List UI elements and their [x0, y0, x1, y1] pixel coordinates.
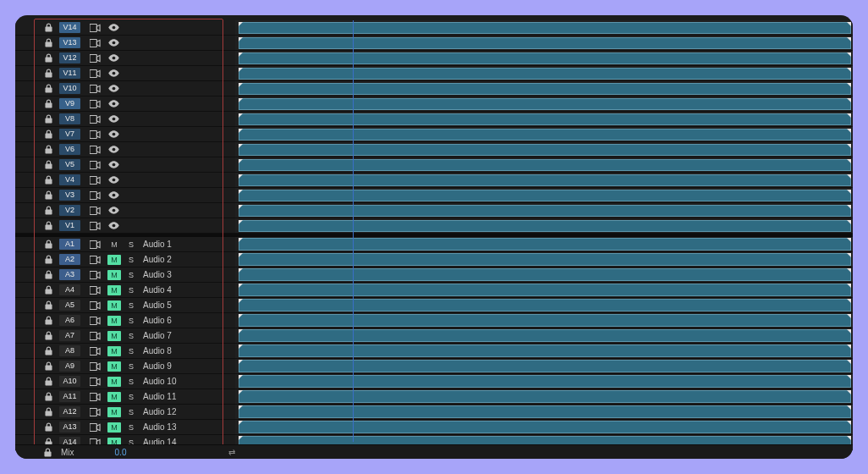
clip[interactable]: [239, 314, 851, 327]
eye-icon[interactable]: [107, 53, 119, 63]
track-target-toggle[interactable]: V5: [59, 159, 80, 170]
lock-icon[interactable]: [44, 175, 52, 185]
mute-toggle[interactable]: M: [107, 331, 121, 341]
source-patch-icon[interactable]: [89, 23, 101, 32]
mix-value[interactable]: 0.0: [115, 448, 127, 457]
lock-icon[interactable]: [44, 331, 52, 341]
mute-toggle[interactable]: M: [107, 285, 121, 295]
lock-icon[interactable]: [44, 114, 52, 124]
lock-icon[interactable]: [44, 240, 52, 250]
clip[interactable]: [239, 344, 851, 357]
track-lane[interactable]: [235, 405, 853, 420]
track-target-toggle[interactable]: A10: [59, 376, 80, 387]
track-target-toggle[interactable]: A8: [59, 345, 80, 356]
track-target-toggle[interactable]: V4: [59, 174, 80, 185]
source-patch-icon[interactable]: [89, 206, 101, 215]
mute-toggle[interactable]: M: [107, 361, 121, 372]
clip[interactable]: [239, 421, 851, 433]
source-patch-icon[interactable]: [89, 114, 101, 124]
track-target-toggle[interactable]: V2: [59, 205, 80, 216]
clip[interactable]: [239, 375, 851, 388]
source-patch-icon[interactable]: [89, 160, 101, 169]
mute-toggle[interactable]: M: [107, 407, 121, 417]
eye-icon[interactable]: [107, 221, 119, 230]
mute-toggle[interactable]: M: [107, 300, 121, 311]
source-patch-icon[interactable]: [89, 422, 101, 432]
source-patch-icon[interactable]: [89, 221, 101, 230]
clip[interactable]: [239, 205, 851, 217]
track-target-toggle[interactable]: V14: [59, 22, 80, 33]
track-target-toggle[interactable]: A12: [59, 406, 80, 417]
lock-icon[interactable]: [44, 346, 52, 356]
track-target-toggle[interactable]: V1: [59, 220, 80, 231]
eye-icon[interactable]: [107, 99, 119, 108]
solo-toggle[interactable]: S: [127, 377, 135, 387]
track-lane[interactable]: [235, 20, 853, 36]
clip[interactable]: [239, 68, 851, 80]
clip[interactable]: [239, 159, 851, 171]
track-target-toggle[interactable]: A6: [59, 315, 80, 326]
track-target-toggle[interactable]: A13: [59, 422, 80, 433]
track-target-toggle[interactable]: A7: [59, 330, 80, 341]
track-lane[interactable]: [235, 173, 853, 188]
lock-icon[interactable]: [44, 160, 52, 170]
clip[interactable]: [239, 220, 851, 232]
source-patch-icon[interactable]: [89, 407, 101, 416]
eye-icon[interactable]: [107, 190, 119, 200]
solo-toggle[interactable]: S: [127, 346, 135, 356]
source-patch-icon[interactable]: [89, 130, 101, 139]
lock-icon[interactable]: [44, 377, 52, 387]
track-target-toggle[interactable]: V13: [59, 37, 80, 48]
solo-toggle[interactable]: S: [127, 331, 135, 341]
track-lane[interactable]: [235, 51, 853, 66]
source-patch-icon[interactable]: [89, 240, 101, 249]
source-patch-icon[interactable]: [89, 361, 101, 371]
mute-toggle[interactable]: M: [107, 316, 121, 326]
mute-toggle[interactable]: M: [107, 240, 121, 250]
clip[interactable]: [239, 52, 851, 64]
solo-toggle[interactable]: S: [127, 270, 135, 280]
track-lane[interactable]: [235, 252, 853, 267]
track-lane[interactable]: [235, 359, 853, 374]
source-patch-icon[interactable]: [89, 392, 101, 401]
solo-toggle[interactable]: S: [127, 255, 135, 265]
track-lane[interactable]: [235, 36, 853, 51]
track-lane[interactable]: [235, 218, 853, 234]
track-lane[interactable]: [235, 313, 853, 328]
lock-icon[interactable]: [44, 69, 52, 79]
track-lane[interactable]: [235, 203, 853, 218]
mute-toggle[interactable]: M: [107, 270, 121, 280]
clip[interactable]: [239, 37, 851, 49]
clip[interactable]: [239, 329, 851, 342]
eye-icon[interactable]: [107, 69, 119, 78]
lock-icon[interactable]: [44, 38, 52, 48]
solo-toggle[interactable]: S: [127, 240, 135, 250]
track-target-toggle[interactable]: V6: [59, 144, 80, 155]
lock-icon[interactable]: [44, 392, 52, 402]
track-lane[interactable]: [235, 96, 853, 112]
lock-icon[interactable]: [44, 145, 52, 155]
eye-icon[interactable]: [107, 130, 119, 139]
lock-icon[interactable]: [44, 316, 52, 326]
eye-icon[interactable]: [107, 206, 119, 215]
track-target-toggle[interactable]: V3: [59, 190, 80, 201]
track-target-toggle[interactable]: V7: [59, 129, 80, 140]
source-patch-icon[interactable]: [89, 69, 101, 78]
eye-icon[interactable]: [107, 145, 119, 154]
track-lane[interactable]: [235, 389, 853, 405]
track-lane[interactable]: [235, 374, 853, 389]
mute-toggle[interactable]: M: [107, 377, 121, 387]
lock-icon[interactable]: [44, 270, 52, 280]
track-target-toggle[interactable]: A1: [59, 239, 80, 250]
eye-icon[interactable]: [107, 160, 119, 169]
lock-icon[interactable]: [44, 300, 52, 311]
track-lane[interactable]: [235, 188, 853, 203]
solo-toggle[interactable]: S: [127, 422, 135, 433]
track-lane[interactable]: [235, 127, 853, 142]
lock-icon[interactable]: [44, 221, 52, 231]
solo-toggle[interactable]: S: [127, 285, 135, 295]
lock-icon[interactable]: [44, 361, 52, 372]
track-target-toggle[interactable]: V9: [59, 98, 80, 109]
clip[interactable]: [239, 22, 851, 34]
clip[interactable]: [239, 129, 851, 141]
